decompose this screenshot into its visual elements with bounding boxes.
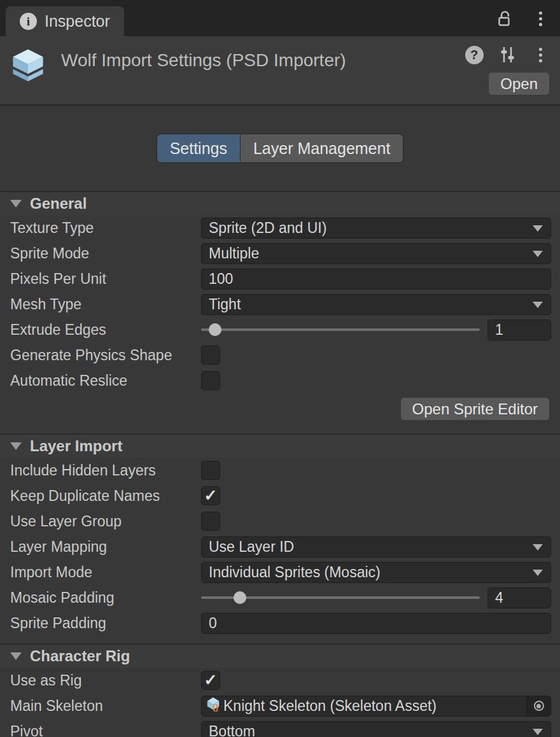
asset-title: Wolf Import Settings (PSD Importer) [61, 50, 451, 95]
help-icon[interactable]: ? [465, 45, 484, 64]
row-automatic-reslice: Automatic Reslice [0, 368, 560, 393]
field-label: Automatic Reslice [10, 372, 201, 390]
keep-duplicate-names-checkbox[interactable]: ✓ [201, 486, 220, 505]
field-label: Texture Type [10, 220, 201, 237]
mosaic-padding-slider[interactable] [201, 585, 480, 610]
dropdown-caret-icon [533, 225, 543, 232]
tab-layer-management[interactable]: Layer Management [240, 134, 403, 162]
mesh-type-dropdown[interactable]: Tight [201, 294, 551, 315]
row-pixels-per-unit: Pixels Per Unit [0, 266, 560, 291]
row-keep-duplicate-names: Keep Duplicate Names ✓ [0, 483, 560, 509]
slider-handle[interactable] [234, 591, 246, 604]
row-extrude-edges: Extrude Edges [0, 317, 560, 342]
row-pivot: Pivot Bottom [0, 719, 560, 737]
section-general: General Texture Type Sprite (2D and UI) … [0, 191, 560, 425]
sprite-padding-input[interactable] [201, 613, 551, 634]
extrude-edges-value-input[interactable] [487, 319, 551, 340]
svg-text:{}: {} [213, 703, 219, 712]
checkmark-icon: ✓ [204, 488, 218, 503]
section-title: General [30, 195, 87, 213]
use-layer-group-checkbox[interactable] [201, 512, 220, 531]
kebab-menu-icon[interactable] [531, 9, 550, 28]
section-header-character-rig[interactable]: Character Rig [0, 643, 560, 668]
row-texture-type: Texture Type Sprite (2D and UI) [0, 215, 560, 241]
field-label: Import Mode [10, 564, 201, 581]
pivot-dropdown[interactable]: Bottom [201, 721, 551, 737]
generate-physics-shape-checkbox[interactable] [201, 346, 220, 365]
slider-handle[interactable] [209, 323, 221, 336]
slider-track[interactable] [201, 328, 480, 331]
slider-track[interactable] [201, 596, 480, 599]
row-sprite-mode: Sprite Mode Multiple [0, 241, 560, 266]
dropdown-caret-icon [533, 729, 543, 735]
object-picker-button[interactable] [526, 696, 550, 716]
row-generate-physics-shape: Generate Physics Shape [0, 342, 560, 368]
section-title: Layer Import [30, 437, 122, 455]
sprite-mode-dropdown[interactable]: Multiple [201, 243, 551, 264]
info-icon: i [20, 13, 37, 30]
dropdown-caret-icon [533, 251, 543, 257]
row-mesh-type: Mesh Type Tight [0, 291, 560, 317]
row-include-hidden-layers: Include Hidden Layers [0, 458, 560, 483]
field-label: Use Layer Group [10, 513, 201, 530]
row-layer-mapping: Layer Mapping Use Layer ID [0, 534, 560, 559]
open-sprite-editor-button[interactable]: Open Sprite Editor [400, 397, 550, 421]
dropdown-caret-icon [533, 570, 543, 576]
tab-inspector[interactable]: i Inspector [6, 6, 124, 36]
section-header-general[interactable]: General [0, 191, 560, 215]
field-label: Pivot [10, 723, 201, 737]
field-label: Main Skeleton [10, 698, 201, 715]
row-main-skeleton: Main Skeleton {} Knight Skeleton (Skelet… [0, 693, 560, 719]
field-label: Use as Rig [10, 672, 201, 689]
pixels-per-unit-input[interactable] [201, 269, 551, 290]
presets-icon[interactable] [498, 45, 517, 64]
kebab-menu-icon[interactable] [531, 45, 550, 64]
foldout-icon [10, 652, 22, 660]
field-label: Generate Physics Shape [10, 347, 201, 364]
field-label: Keep Duplicate Names [10, 488, 201, 505]
field-label: Sprite Padding [10, 615, 201, 632]
foldout-icon [10, 442, 22, 450]
field-label: Mesh Type [10, 296, 201, 313]
section-character-rig: Character Rig Use as Rig ✓ Main Skeleton… [0, 643, 560, 737]
row-use-layer-group: Use Layer Group [0, 509, 560, 534]
include-hidden-layers-checkbox[interactable] [201, 461, 220, 480]
dropdown-caret-icon [533, 544, 543, 551]
extrude-edges-slider[interactable] [201, 317, 480, 342]
window-tab-bar: i Inspector [0, 0, 560, 36]
row-mosaic-padding: Mosaic Padding [0, 585, 560, 610]
tab-settings[interactable]: Settings [157, 134, 240, 162]
inspector-header: Wolf Import Settings (PSD Importer) ? Op… [0, 36, 560, 106]
row-import-mode: Import Mode Individual Sprites (Mosaic) [0, 559, 560, 585]
section-title: Character Rig [30, 647, 130, 665]
field-label: Sprite Mode [10, 245, 201, 262]
use-as-rig-checkbox[interactable]: ✓ [201, 671, 220, 690]
dropdown-value: Use Layer ID [209, 538, 294, 556]
field-label: Pixels Per Unit [10, 270, 201, 288]
dropdown-value: Multiple [209, 245, 259, 262]
section-header-layer-import[interactable]: Layer Import [0, 433, 560, 458]
checkmark-icon: ✓ [204, 672, 218, 688]
lock-icon[interactable] [495, 9, 514, 28]
dropdown-value: Tight [209, 296, 241, 313]
import-mode-dropdown[interactable]: Individual Sprites (Mosaic) [201, 562, 551, 583]
automatic-reslice-checkbox[interactable] [201, 371, 220, 390]
dropdown-value: Sprite (2D and UI) [209, 220, 326, 237]
mosaic-padding-value-input[interactable] [487, 587, 551, 608]
dropdown-value: Bottom [209, 723, 255, 737]
main-skeleton-object-field[interactable]: {} Knight Skeleton (Skeleton Asset) [201, 696, 551, 717]
field-label: Include Hidden Layers [10, 462, 201, 479]
object-picker-icon [534, 701, 544, 711]
field-label: Extrude Edges [10, 321, 201, 339]
tab-title: Inspector [45, 12, 110, 31]
row-use-as-rig: Use as Rig ✓ [0, 668, 560, 693]
texture-type-dropdown[interactable]: Sprite (2D and UI) [201, 218, 551, 239]
row-sprite-padding: Sprite Padding [0, 610, 560, 636]
dropdown-value: Individual Sprites (Mosaic) [209, 564, 381, 581]
layer-mapping-dropdown[interactable]: Use Layer ID [201, 537, 551, 558]
open-button[interactable]: Open [488, 72, 550, 95]
field-label: Mosaic Padding [10, 589, 201, 607]
dropdown-caret-icon [533, 302, 543, 308]
field-label: Layer Mapping [10, 538, 201, 556]
psd-importer-icon [9, 45, 47, 95]
